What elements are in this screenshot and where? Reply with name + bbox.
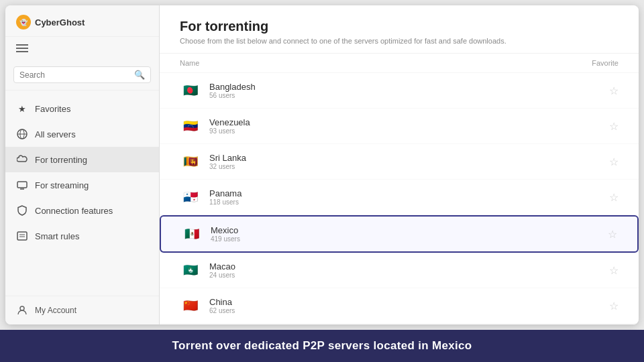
server-info: Venezuela 93 users <box>209 117 609 135</box>
server-users: 62 users <box>209 307 609 314</box>
favorite-star[interactable]: ☆ <box>609 120 619 133</box>
sidebar-item-for-streaming[interactable]: For streaming <box>5 172 159 198</box>
server-users: 56 users <box>209 92 609 99</box>
server-users: 24 users <box>209 272 609 279</box>
server-info: Panama 118 users <box>209 188 609 206</box>
server-list: 🇧🇩 Bangladesh 56 users ☆ 🇻🇪 Venezuela 93… <box>160 73 639 324</box>
flag-icon: 🇨🇳 <box>180 295 201 316</box>
favorite-star[interactable]: ☆ <box>609 300 619 312</box>
flag-icon: 🇵🇦 <box>180 186 201 208</box>
server-info: China 62 users <box>209 297 609 314</box>
app-container: 👻 CyberGhost 🔍 ★ Favorites <box>5 5 639 324</box>
sidebar: 👻 CyberGhost 🔍 ★ Favorites <box>5 5 160 324</box>
server-info: Mexico 419 users <box>211 225 608 243</box>
server-row[interactable]: 🇲🇴 Macao 24 users ☆ <box>160 253 639 288</box>
logo-icon: 👻 <box>16 15 31 29</box>
search-input[interactable] <box>19 70 134 80</box>
sidebar-item-for-torrenting[interactable]: For torrenting <box>5 147 159 172</box>
star-icon: ★ <box>16 103 28 115</box>
favorite-star[interactable]: ☆ <box>609 264 619 277</box>
server-row[interactable]: 🇭🇰 Hong Kong 166 users ☆ <box>160 324 639 324</box>
column-name: Name <box>180 59 199 67</box>
search-icon[interactable]: 🔍 <box>134 70 145 80</box>
flag-icon: 🇧🇩 <box>180 80 201 101</box>
tooltip-bar: Torrent over dedicated P2P servers locat… <box>0 330 644 362</box>
server-row[interactable]: 🇱🇰 Sri Lanka 32 users ☆ <box>160 144 639 180</box>
cloud-icon <box>16 154 28 166</box>
server-row[interactable]: 🇵🇦 Panama 118 users ☆ <box>160 180 639 215</box>
sidebar-header: 👻 CyberGhost <box>5 5 159 37</box>
hamburger-button[interactable] <box>5 37 159 60</box>
search-input-wrap: 🔍 <box>13 66 151 83</box>
favorite-star[interactable]: ☆ <box>609 84 619 97</box>
svg-rect-3 <box>17 182 27 188</box>
column-favorite: Favorite <box>592 59 619 67</box>
server-users: 118 users <box>209 198 609 206</box>
page-subtitle: Choose from the list below and connect t… <box>180 37 619 45</box>
account-icon <box>16 304 28 316</box>
sidebar-item-label: Smart rules <box>35 231 79 241</box>
tooltip-text: Torrent over dedicated P2P servers locat… <box>172 339 472 352</box>
list-icon <box>16 230 28 242</box>
main-header: For torrenting Choose from the list belo… <box>160 5 639 54</box>
server-info: Sri Lanka 32 users <box>209 153 609 170</box>
my-account-label: My Account <box>35 306 76 315</box>
sidebar-item-label: For torrenting <box>35 155 87 165</box>
favorite-star[interactable]: ☆ <box>609 156 619 168</box>
server-name: Macao <box>209 261 609 272</box>
server-row[interactable]: 🇲🇽 Mexico 419 users ☆ <box>160 215 639 253</box>
list-header: Name Favorite <box>160 54 639 73</box>
server-users: 419 users <box>211 235 608 243</box>
svg-rect-5 <box>17 232 27 240</box>
server-name: Venezuela <box>209 117 609 127</box>
server-users: 93 users <box>209 127 609 135</box>
server-name: Bangladesh <box>209 82 609 92</box>
server-name: Panama <box>209 188 609 198</box>
sidebar-item-label: Favorites <box>35 104 70 114</box>
server-row[interactable]: 🇻🇪 Venezuela 93 users ☆ <box>160 109 639 144</box>
shield-icon <box>16 204 28 217</box>
search-bar: 🔍 <box>5 60 159 90</box>
flag-icon: 🇱🇰 <box>180 151 201 172</box>
nav-menu: ★ Favorites All servers <box>5 90 159 296</box>
server-row[interactable]: 🇨🇳 China 62 users ☆ <box>160 288 639 324</box>
server-name: Sri Lanka <box>209 153 609 163</box>
svg-point-8 <box>20 306 24 310</box>
server-name: China <box>209 297 609 307</box>
logo-area: 👻 CyberGhost <box>16 15 85 29</box>
sidebar-item-all-servers[interactable]: All servers <box>5 121 159 147</box>
sidebar-item-label: Connection features <box>35 206 113 216</box>
flag-icon: 🇻🇪 <box>180 115 201 137</box>
page-title: For torrenting <box>180 19 619 34</box>
globe-icon <box>16 128 28 140</box>
flag-icon: 🇲🇴 <box>180 259 201 281</box>
favorite-star[interactable]: ☆ <box>608 228 617 241</box>
server-users: 32 users <box>209 163 609 170</box>
sidebar-item-label: For streaming <box>35 180 89 190</box>
sidebar-item-smart-rules[interactable]: Smart rules <box>5 223 159 249</box>
logo-text: CyberGhost <box>35 17 85 27</box>
sidebar-item-label: All servers <box>35 129 76 139</box>
my-account-link[interactable]: My Account <box>5 296 159 324</box>
server-row[interactable]: 🇧🇩 Bangladesh 56 users ☆ <box>160 73 639 109</box>
favorite-star[interactable]: ☆ <box>609 191 619 204</box>
server-info: Bangladesh 56 users <box>209 82 609 99</box>
server-name: Mexico <box>211 225 608 235</box>
flag-icon: 🇲🇽 <box>181 223 203 245</box>
tv-icon <box>16 179 28 191</box>
sidebar-item-connection-features[interactable]: Connection features <box>5 198 159 223</box>
server-info: Macao 24 users <box>209 261 609 279</box>
sidebar-item-favorites[interactable]: ★ Favorites <box>5 96 159 121</box>
main-content: For torrenting Choose from the list belo… <box>160 5 639 324</box>
